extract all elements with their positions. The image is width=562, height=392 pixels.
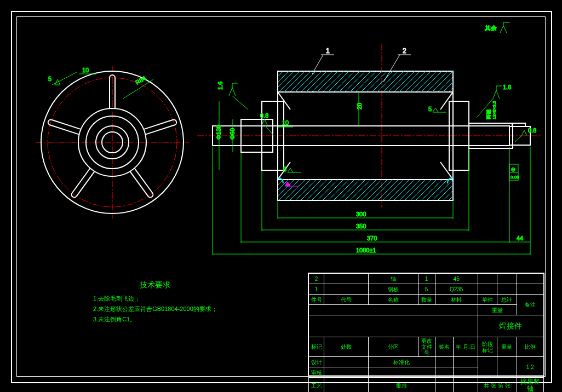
assembly-name: 焊接件 [478, 315, 543, 337]
svg-text:20: 20 [356, 103, 363, 109]
svg-text:10: 10 [282, 119, 289, 126]
svg-text:Φ130: Φ130 [215, 125, 222, 140]
svg-line-13 [146, 125, 175, 134]
svg-rect-32 [512, 123, 525, 126]
dim-5: 5 [48, 76, 51, 82]
svg-text:0.8: 0.8 [260, 112, 268, 119]
svg-text:5: 5 [428, 106, 432, 112]
tech-requirements: 技术要求 1.去除毛刺飞边； 2.未注形状公差应符合GB01804-2000的要… [93, 280, 217, 326]
svg-text:300: 300 [356, 211, 366, 217]
tech-req-item: 2.未注形状公差应符合GB01804-2000的要求； [93, 305, 217, 313]
svg-text:Φ60: Φ60 [229, 128, 236, 140]
svg-line-12 [144, 120, 173, 129]
svg-line-122 [515, 136, 521, 142]
tech-req-title: 技术要求 [93, 280, 217, 290]
svg-text:0.8: 0.8 [528, 127, 536, 134]
svg-text:0.03: 0.03 [511, 175, 519, 180]
svg-text:13×8×3.5: 13×8×3.5 [492, 101, 497, 119]
surface-note: 其余 [485, 25, 497, 31]
svg-point-8 [96, 126, 129, 159]
svg-text:1.6: 1.6 [503, 84, 511, 90]
svg-line-19 [51, 120, 81, 129]
svg-text:◎: ◎ [511, 166, 515, 172]
svg-line-74 [448, 49, 491, 93]
balloon-1: 1 [326, 47, 330, 55]
svg-line-116 [232, 96, 248, 109]
dim-10: 10 [82, 67, 89, 73]
svg-line-18 [50, 125, 79, 134]
svg-text:44: 44 [517, 235, 523, 241]
svg-text:350: 350 [356, 223, 366, 229]
svg-text:5: 5 [283, 166, 286, 172]
drawing-name: 摘果竖轴 [517, 378, 544, 393]
dimensions-group: 1.6 1.6 0.8 0.8 5 5 [213, 22, 536, 255]
svg-text:两键: 两键 [486, 109, 491, 119]
tech-req-item: 1.去除毛刺飞边； [93, 295, 217, 303]
svg-text:1.6: 1.6 [217, 82, 223, 90]
title-block: 2 轴 1 45 1 钢板 5 Q235 件号 代号 名称 数量 材料 单件 总… [308, 273, 544, 376]
balloon-2: 2 [403, 47, 406, 55]
svg-text:370: 370 [367, 235, 377, 241]
svg-text:1080±1: 1080±1 [356, 247, 376, 253]
tech-req-item: 3.未注倒角C1。 [93, 315, 217, 324]
